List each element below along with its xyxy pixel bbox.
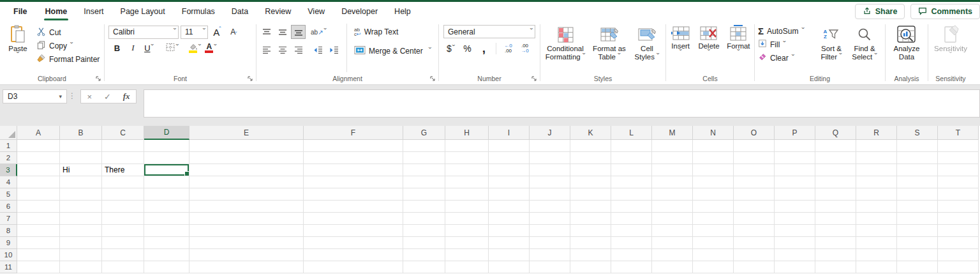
- cell-I4[interactable]: [489, 176, 530, 188]
- decrease-decimal-button[interactable]: .00→0: [517, 42, 532, 56]
- row-header-2[interactable]: 2: [0, 152, 17, 164]
- middle-align-button[interactable]: [275, 25, 290, 39]
- cell-B1[interactable]: [60, 140, 102, 152]
- cell-styles-button[interactable]: Cell Styles ˇ: [630, 22, 664, 73]
- cell-Q7[interactable]: [815, 213, 856, 225]
- cell-P9[interactable]: [775, 237, 815, 249]
- cell-N6[interactable]: [693, 201, 734, 213]
- cell-T11[interactable]: [938, 261, 979, 273]
- cell-J6[interactable]: [530, 201, 570, 213]
- cell-F2[interactable]: [304, 152, 403, 164]
- cell-A4[interactable]: [17, 176, 60, 188]
- cell-P4[interactable]: [775, 176, 815, 188]
- cell-R3[interactable]: [856, 164, 897, 176]
- align-left-button[interactable]: [259, 43, 274, 57]
- cell-E7[interactable]: [189, 213, 304, 225]
- cell-O3[interactable]: [734, 164, 775, 176]
- paste-button[interactable]: Paste ˇ: [1, 22, 34, 73]
- cell-I3[interactable]: [489, 164, 530, 176]
- cell-A11[interactable]: [17, 261, 60, 273]
- cell-K3[interactable]: [570, 164, 611, 176]
- cell-B6[interactable]: [60, 201, 102, 213]
- cell-E4[interactable]: [189, 176, 304, 188]
- cell-D3[interactable]: [144, 164, 189, 176]
- cell-S7[interactable]: [897, 213, 938, 225]
- cell-F5[interactable]: [304, 188, 403, 201]
- cell-F7[interactable]: [304, 213, 403, 225]
- col-header-N[interactable]: N: [693, 126, 734, 140]
- col-header-M[interactable]: M: [652, 126, 693, 140]
- font-family-combo[interactable]: Calibri ˇ: [108, 26, 179, 39]
- cell-J10[interactable]: [530, 249, 570, 261]
- cell-Q10[interactable]: [815, 249, 856, 261]
- col-header-F[interactable]: F: [304, 126, 403, 140]
- cell-B8[interactable]: [60, 225, 102, 237]
- cell-T10[interactable]: [938, 249, 979, 261]
- cell-H7[interactable]: [445, 213, 489, 225]
- cell-M2[interactable]: [652, 152, 693, 164]
- cell-A5[interactable]: [17, 188, 60, 201]
- cell-T3[interactable]: [938, 164, 979, 176]
- wrap-text-button[interactable]: ab c↩ Wrap Text: [352, 25, 433, 38]
- cell-A6[interactable]: [17, 201, 60, 213]
- comma-style-button[interactable]: ,: [477, 42, 491, 56]
- cell-A7[interactable]: [17, 213, 60, 225]
- cell-Q8[interactable]: [815, 225, 856, 237]
- number-dialog-launcher[interactable]: [530, 75, 538, 82]
- cell-N2[interactable]: [693, 152, 734, 164]
- align-right-button[interactable]: [291, 43, 306, 57]
- cell-N8[interactable]: [693, 225, 734, 237]
- cell-T1[interactable]: [938, 140, 979, 152]
- cell-D8[interactable]: [144, 225, 189, 237]
- cell-P2[interactable]: [775, 152, 815, 164]
- cell-G9[interactable]: [403, 237, 445, 249]
- cell-A2[interactable]: [17, 152, 60, 164]
- cell-O8[interactable]: [734, 225, 775, 237]
- cell-D6[interactable]: [144, 201, 189, 213]
- cell-N5[interactable]: [693, 188, 734, 201]
- cell-K9[interactable]: [570, 237, 611, 249]
- cell-C2[interactable]: [102, 152, 144, 164]
- cell-N4[interactable]: [693, 176, 734, 188]
- cell-C3[interactable]: There: [102, 164, 144, 176]
- cell-L9[interactable]: [611, 237, 652, 249]
- formula-bar-resizer[interactable]: ⋮: [67, 89, 77, 100]
- col-header-B[interactable]: B: [60, 126, 102, 140]
- tab-review[interactable]: Review: [256, 2, 299, 21]
- cell-G2[interactable]: [403, 152, 445, 164]
- cell-J2[interactable]: [530, 152, 570, 164]
- cell-J3[interactable]: [530, 164, 570, 176]
- cell-T6[interactable]: [938, 201, 979, 213]
- cell-P7[interactable]: [775, 213, 815, 225]
- cell-C4[interactable]: [102, 176, 144, 188]
- cell-D7[interactable]: [144, 213, 189, 225]
- cell-T9[interactable]: [938, 237, 979, 249]
- cell-I5[interactable]: [489, 188, 530, 201]
- cell-R10[interactable]: [856, 249, 897, 261]
- cell-M10[interactable]: [652, 249, 693, 261]
- cell-L7[interactable]: [611, 213, 652, 225]
- cell-E1[interactable]: [189, 140, 304, 152]
- decrease-indent-button[interactable]: [311, 43, 325, 57]
- clipboard-dialog-launcher[interactable]: [94, 75, 102, 82]
- select-all-corner[interactable]: [0, 126, 17, 140]
- cell-P8[interactable]: [775, 225, 815, 237]
- cell-D4[interactable]: [144, 176, 189, 188]
- borders-button[interactable]: ˇ: [165, 41, 179, 55]
- cell-M3[interactable]: [652, 164, 693, 176]
- col-header-G[interactable]: G: [403, 126, 445, 140]
- cell-K1[interactable]: [570, 140, 611, 152]
- cell-M6[interactable]: [652, 201, 693, 213]
- font-color-button[interactable]: A ˇ: [204, 41, 218, 55]
- cell-H3[interactable]: [445, 164, 489, 176]
- cell-T7[interactable]: [938, 213, 979, 225]
- enter-icon[interactable]: ✓: [104, 92, 111, 102]
- cell-D11[interactable]: [144, 261, 189, 273]
- cell-Q11[interactable]: [815, 261, 856, 273]
- autosum-button[interactable]: Σ AutoSum ˇ: [756, 24, 815, 38]
- cell-O9[interactable]: [734, 237, 775, 249]
- cell-F10[interactable]: [304, 249, 403, 261]
- cell-E8[interactable]: [189, 225, 304, 237]
- cell-J1[interactable]: [530, 140, 570, 152]
- cell-C11[interactable]: [102, 261, 144, 273]
